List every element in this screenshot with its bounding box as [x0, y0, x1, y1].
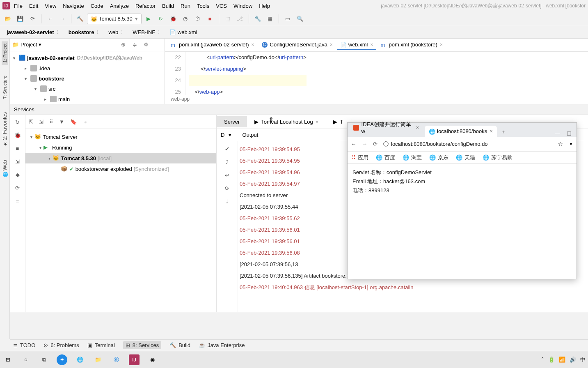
reload-icon[interactable]: ⟳ [373, 141, 378, 147]
export-icon[interactable]: ⤓ [223, 197, 231, 205]
crumb-webinf[interactable]: WEB-INF [129, 28, 166, 36]
crumb-project[interactable]: javaweb-02-servlet [3, 28, 65, 36]
volume-icon[interactable]: 🔊 [570, 356, 576, 363]
rerun-icon[interactable]: ↻ [156, 14, 166, 24]
crumb-module[interactable]: bookstore [65, 28, 105, 36]
close-icon[interactable]: × [490, 128, 493, 134]
refresh-icon[interactable]: ⟳ [27, 14, 38, 24]
save-icon[interactable]: 💾 [15, 14, 25, 24]
back-icon[interactable]: ← [351, 141, 356, 147]
edge-icon[interactable]: 🌐 [75, 354, 85, 365]
tree-src[interactable]: ▾ src [10, 84, 165, 94]
chrome-window[interactable]: IDEA创建并运行简单w× 🌐localhost:8080/books× ＋ —… [347, 122, 577, 279]
menu-tools[interactable]: Tools [194, 2, 212, 10]
expand-icon[interactable]: ⇱ [29, 119, 33, 125]
tree-idea[interactable]: ▸ .idea [10, 63, 165, 74]
commit-icon[interactable]: ⎇ [235, 14, 245, 24]
add-icon[interactable]: ＋ [82, 118, 88, 126]
services-header[interactable]: Services [10, 104, 588, 115]
tree-root[interactable]: ▾🟦 javaweb-02-servlet D:\Desktop\IDEA的Ja… [10, 53, 165, 63]
forward-icon[interactable]: → [362, 141, 367, 147]
apps-button[interactable]: ⠿应用 [352, 154, 368, 161]
code-content[interactable]: <url-pattern>/configDemo.do</url-pattern… [185, 52, 307, 95]
close-icon[interactable]: × [370, 42, 373, 48]
crumb-file[interactable]: 📄 web.xml [166, 28, 201, 36]
menu-code[interactable]: Code [88, 2, 106, 10]
close-icon[interactable]: × [252, 42, 254, 48]
debug-icon[interactable]: 🐞 [13, 131, 22, 140]
bookmark-taobao[interactable]: 🌐 淘宝 [403, 154, 422, 161]
task-view-icon[interactable]: ⧉ [39, 354, 49, 365]
undo-icon[interactable]: ↩ [223, 171, 231, 179]
ime-indicator[interactable]: 中 [580, 356, 586, 363]
menu-refactor[interactable]: Refactor [133, 2, 158, 10]
extensions-icon[interactable]: ✦ [569, 141, 573, 147]
deploy-icon[interactable]: ⇲ [13, 157, 22, 166]
menu-edit[interactable]: Edit [27, 2, 41, 10]
close-icon[interactable]: × [330, 42, 333, 48]
profile-icon[interactable]: ⏱ [192, 14, 203, 24]
services-tree[interactable]: ▾🐱Tomcat Server ▾▶Running ▾🐱Tomcat 8.5.3… [25, 129, 216, 177]
open-icon[interactable]: 📂 [2, 14, 13, 24]
reload-icon[interactable]: ⟳ [223, 184, 231, 192]
menu-build[interactable]: Build [160, 2, 176, 10]
tab-project[interactable]: 1: Project [2, 41, 8, 65]
update-icon[interactable]: ◆ [13, 170, 22, 179]
rerun-icon[interactable]: ↻ [13, 117, 22, 126]
locate-icon[interactable]: ⊕ [119, 40, 128, 49]
cortana-icon[interactable]: ○ [21, 354, 31, 365]
browser-tab-2[interactable]: 🌐localhost:8080/books× [425, 126, 497, 137]
menu-file[interactable]: File [11, 2, 25, 10]
editor-breadcrumb[interactable]: web-app [165, 95, 588, 104]
editor-tab-java[interactable]: CConfigDemoServlet.java× [259, 40, 336, 50]
presentation-icon[interactable]: ▭ [282, 14, 293, 24]
start-button[interactable]: ⊞ [2, 354, 13, 365]
tab-java-enterprise[interactable]: ☕ Java Enterprise [199, 342, 245, 348]
update-icon[interactable]: ⬚ [222, 14, 233, 24]
collapse-icon[interactable]: ⇲ [39, 119, 43, 125]
search-icon[interactable]: 🔍 [295, 14, 305, 24]
menu-navigate[interactable]: Navigate [60, 2, 86, 10]
explorer-icon[interactable]: 📁 [93, 354, 103, 365]
tree-artifact[interactable]: 📦✔ bookstore:war exploded[Synchronized] [25, 163, 216, 174]
group-icon[interactable]: ⠿ [49, 119, 53, 125]
menu-view[interactable]: View [42, 2, 59, 10]
run-icon[interactable]: ▶ [143, 14, 154, 24]
editor-tab-webxml[interactable]: 📄web.xml× [337, 40, 377, 50]
tab-structure[interactable]: 7: Structure [2, 73, 8, 101]
editor-tab-pom2[interactable]: mpom.xml (bookstore)× [377, 40, 446, 50]
battery-icon[interactable]: 🔋 [548, 356, 555, 363]
sync-icon[interactable]: ⟳ [13, 183, 22, 192]
close-icon[interactable]: × [316, 119, 319, 125]
gear-icon[interactable]: ⚙ [142, 40, 151, 49]
info-icon[interactable]: ⓘ [383, 140, 389, 148]
tab-terminal[interactable]: ▣ Terminal [87, 342, 115, 348]
bookmark-suning[interactable]: 🌐 苏宁易购 [483, 154, 512, 161]
debug-icon[interactable]: 🐞 [168, 14, 178, 24]
run-config-selector[interactable]: 🐱 Tomcat 8.5.30 ▾ [87, 14, 142, 24]
more-icon[interactable]: ≡ [13, 196, 22, 205]
crumb-web[interactable]: web [105, 28, 129, 36]
intellij-icon[interactable]: IJ [129, 354, 140, 365]
menu-vcs[interactable]: VCS [213, 2, 229, 10]
tree-tomcat-server[interactable]: ▾🐱Tomcat Server [25, 131, 216, 142]
collapse-icon[interactable]: ≑ [130, 40, 139, 49]
tab-build[interactable]: 🔨 Build [169, 342, 190, 348]
editor-tab-pom1[interactable]: mpom.xml (javaweb-02-servlet)× [167, 40, 258, 50]
tab-problems[interactable]: ⊘ 6: Problems [43, 342, 79, 348]
stop-icon[interactable]: ■ [13, 144, 22, 153]
coverage-icon[interactable]: ◔ [180, 14, 191, 24]
tab-services[interactable]: ⊞ 8: Services [123, 341, 161, 349]
star-icon[interactable]: ☆ [558, 141, 563, 147]
structure-icon[interactable]: ▦ [265, 14, 275, 24]
tab-todo[interactable]: ≣ TODO [13, 342, 35, 348]
menu-window[interactable]: Window [231, 2, 255, 10]
tree-main[interactable]: ▸ main [10, 94, 165, 104]
filter-icon[interactable]: ▼ [59, 119, 64, 125]
tab-web[interactable]: 🌐 Web [1, 157, 9, 180]
close-icon[interactable]: × [440, 42, 443, 48]
tab-server[interactable]: Server [217, 116, 247, 127]
stop-icon[interactable]: ■ [205, 14, 215, 24]
minimize-icon[interactable]: — [555, 131, 560, 137]
step-icon[interactable]: ⤴ [223, 158, 231, 166]
